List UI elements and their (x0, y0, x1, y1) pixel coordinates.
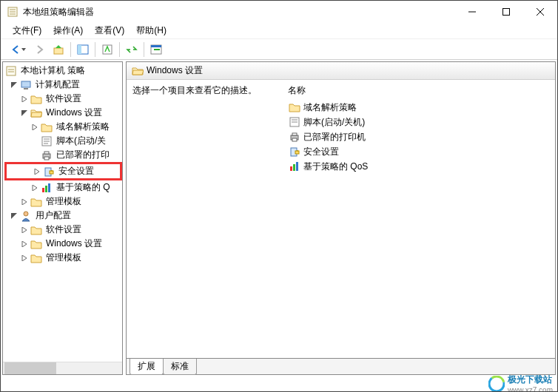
content-pane: Windows 设置 选择一个项目来查看它的描述。 名称 域名解析策略 脚本(启… (126, 61, 556, 375)
expand-icon[interactable] (30, 183, 40, 193)
toolbar-separator (119, 42, 120, 57)
filter-button[interactable] (147, 41, 165, 58)
description-pane: 选择一个项目来查看它的描述。 (132, 84, 288, 354)
svg-rect-31 (48, 183, 50, 192)
tree-label: Windows 设置 (44, 237, 104, 251)
highlight-annotation: 安全设置 (4, 162, 122, 180)
expand-icon[interactable] (19, 197, 30, 207)
tree-software-settings[interactable]: 软件设置 (4, 92, 122, 106)
tree-scripts[interactable]: 脚本(启动/关 (4, 134, 122, 148)
expand-icon[interactable] (19, 94, 30, 104)
folder-icon (41, 121, 53, 133)
tree-policy-qos[interactable]: 基于策略的 Q (4, 180, 122, 195)
expand-icon[interactable] (32, 166, 42, 177)
properties-button[interactable] (98, 41, 116, 58)
minimize-button[interactable] (455, 1, 489, 23)
svg-rect-43 (296, 162, 298, 171)
tree-label: 软件设置 (44, 223, 83, 237)
qos-icon (289, 160, 300, 172)
site-name: 极光下载站 (508, 374, 553, 386)
policy-icon (5, 65, 17, 77)
tree-user-windows[interactable]: Windows 设置 (4, 237, 122, 251)
svg-rect-29 (42, 188, 44, 192)
back-button[interactable] (4, 41, 29, 58)
list-item-name-resolution[interactable]: 域名解析策略 (288, 100, 549, 115)
svg-rect-28 (50, 171, 53, 174)
folder-icon (289, 101, 300, 113)
content-body: 选择一个项目来查看它的描述。 名称 域名解析策略 脚本(启动/关机) 已部署的打… (127, 80, 555, 358)
svg-rect-37 (292, 133, 297, 135)
list-item-label: 基于策略的 QoS (303, 160, 368, 173)
list-item-qos[interactable]: 基于策略的 QoS (288, 159, 549, 174)
toolbar-separator (144, 42, 144, 57)
show-hide-tree-button[interactable] (74, 41, 92, 58)
tree-security-settings[interactable]: 安全设置 (7, 164, 120, 178)
tree-label: 域名解析策略 (55, 120, 111, 134)
tree-admin-templates[interactable]: 管理模板 (4, 195, 122, 209)
tree-user-config[interactable]: 用户配置 (4, 209, 122, 223)
menu-file[interactable]: 文件(F) (7, 23, 47, 38)
collapse-icon[interactable] (19, 108, 30, 118)
folder-icon (30, 196, 42, 208)
up-button[interactable] (50, 41, 67, 58)
tree-label: Windows 设置 (44, 106, 104, 120)
tree-view[interactable]: 本地计算机 策略 计算机配置 软件设置 Windows 设置 域名解析策 (3, 62, 122, 362)
qos-icon (41, 182, 53, 194)
tab-standard[interactable]: 标准 (163, 359, 197, 375)
list-item-scripts[interactable]: 脚本(启动/关机) (288, 115, 549, 129)
close-button[interactable] (523, 1, 557, 23)
column-header-name[interactable]: 名称 (288, 84, 549, 97)
security-icon (289, 146, 300, 158)
tab-extended[interactable]: 扩展 (130, 359, 164, 375)
tree-label: 用户配置 (34, 209, 73, 223)
expand-icon[interactable] (19, 225, 30, 235)
list-item-security[interactable]: 安全设置 (288, 144, 549, 159)
forward-button[interactable] (30, 41, 48, 58)
svg-point-32 (24, 212, 28, 216)
client-area: 本地计算机 策略 计算机配置 软件设置 Windows 设置 域名解析策 (1, 60, 557, 376)
watermark: 极光下载站 www.xz7.com (488, 376, 557, 391)
menu-view[interactable]: 查看(V) (89, 23, 130, 38)
svg-rect-13 (151, 45, 161, 47)
svg-rect-25 (44, 152, 49, 154)
collapse-icon[interactable] (9, 211, 19, 221)
maximize-button[interactable] (489, 1, 523, 23)
tree-label: 基于策略的 Q (55, 180, 112, 195)
tree-deployed-printers[interactable]: 已部署的打印 (4, 148, 122, 162)
site-url: www.xz7.com (508, 386, 553, 392)
toolbar (1, 39, 557, 60)
tree-label: 本地计算机 策略 (19, 64, 87, 78)
tree-spacer (30, 136, 40, 146)
horizontal-scrollbar[interactable] (3, 362, 122, 374)
list-item-printers[interactable]: 已部署的打印机 (288, 129, 549, 144)
tree-computer-config[interactable]: 计算机配置 (4, 78, 122, 92)
menu-help[interactable]: 帮助(H) (130, 23, 172, 38)
tree-root[interactable]: 本地计算机 策略 (4, 64, 122, 78)
svg-rect-10 (78, 45, 81, 54)
item-list[interactable]: 名称 域名解析策略 脚本(启动/关机) 已部署的打印机 安全设置 (288, 84, 549, 354)
folder-icon (30, 224, 42, 236)
list-item-label: 脚本(启动/关机) (303, 116, 365, 129)
expand-icon[interactable] (30, 122, 40, 132)
tree-user-admin-templates[interactable]: 管理模板 (4, 251, 122, 265)
collapse-icon[interactable] (9, 80, 19, 90)
security-icon (43, 166, 55, 178)
title-bar: 本地组策略编辑器 (1, 1, 557, 23)
svg-rect-15 (7, 67, 16, 75)
refresh-button[interactable] (123, 41, 141, 58)
tree-windows-settings[interactable]: Windows 设置 (4, 106, 122, 120)
tree-label: 计算机配置 (34, 78, 81, 92)
tree-user-software[interactable]: 软件设置 (4, 223, 122, 237)
tree-label: 软件设置 (44, 92, 83, 106)
tab-strip: 扩展 标准 (127, 358, 555, 374)
svg-rect-19 (24, 88, 28, 89)
scrollbar-thumb[interactable] (4, 362, 56, 374)
folder-open-icon (132, 65, 144, 77)
script-icon (289, 116, 300, 128)
menu-action[interactable]: 操作(A) (47, 23, 89, 38)
list-item-label: 域名解析策略 (303, 101, 357, 114)
expand-icon[interactable] (19, 253, 30, 263)
tree-label: 安全设置 (57, 164, 95, 178)
expand-icon[interactable] (19, 239, 30, 249)
tree-name-resolution-policy[interactable]: 域名解析策略 (4, 120, 122, 134)
